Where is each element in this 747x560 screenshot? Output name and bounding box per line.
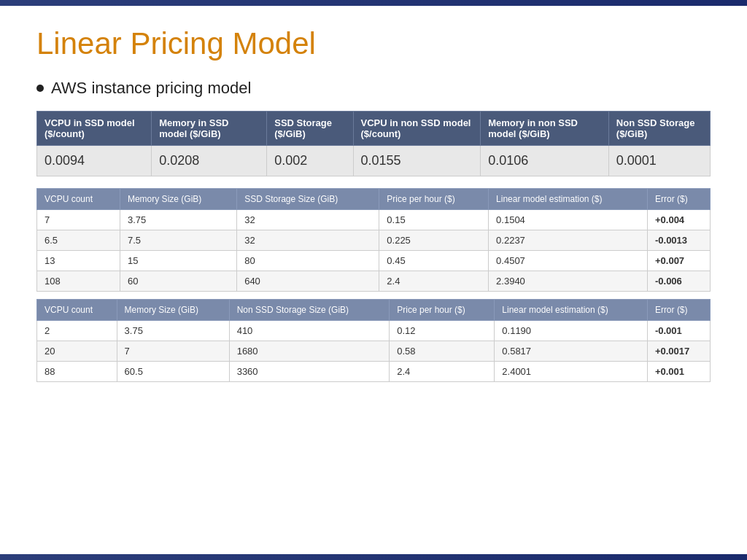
nonssd-header-5: Error ($) <box>647 300 710 321</box>
top-bar <box>0 0 747 6</box>
nonssd-row-est-0: 0.1190 <box>495 321 648 341</box>
ssd-row-price-3: 2.4 <box>379 271 489 292</box>
nonssd-row-storage-2: 3360 <box>229 362 390 382</box>
main-content: Linear Pricing Model AWS instance pricin… <box>0 6 747 404</box>
ssd-row-est-2: 0.4507 <box>489 251 648 271</box>
ssd-row-error-0: +0.004 <box>647 210 710 230</box>
nonssd-row-memory-2: 60.5 <box>117 362 229 382</box>
ssd-table: VCPU count Memory Size (GiB) SSD Storage… <box>36 188 711 292</box>
param-header-5: Non SSD Storage ($/GiB) <box>608 112 710 146</box>
ssd-row-est-0: 0.1504 <box>489 210 648 230</box>
ssd-row-storage-3: 640 <box>237 271 379 292</box>
ssd-row-vcpu-3: 108 <box>37 271 120 292</box>
param-header-2: SSD Storage ($/GiB) <box>267 112 353 146</box>
param-val-3: 0.0155 <box>353 146 481 176</box>
param-val-4: 0.0106 <box>481 146 609 176</box>
ssd-header-2: SSD Storage Size (GiB) <box>237 189 379 210</box>
ssd-row-vcpu-1: 6.5 <box>37 230 120 251</box>
nonssd-row-error-2: +0.001 <box>647 362 710 382</box>
nonssd-row-memory-0: 3.75 <box>117 321 229 341</box>
param-val-5: 0.0001 <box>608 146 710 176</box>
ssd-row-vcpu-2: 13 <box>37 251 120 271</box>
param-val-0: 0.0094 <box>37 146 152 176</box>
nonssd-row-error-0: -0.001 <box>647 321 710 341</box>
nonssd-row-price-0: 0.12 <box>390 321 495 341</box>
ssd-row-price-1: 0.225 <box>379 230 489 251</box>
nonssd-row-price-2: 2.4 <box>390 362 495 382</box>
ssd-header-0: VCPU count <box>37 189 120 210</box>
param-header-1: Memory in SSD model ($/GiB) <box>152 112 267 146</box>
ssd-header-1: Memory Size (GiB) <box>120 189 236 210</box>
nonssd-row-storage-0: 410 <box>229 321 390 341</box>
nonssd-header-1: Memory Size (GiB) <box>117 300 229 321</box>
ssd-row-vcpu-0: 7 <box>37 210 120 230</box>
nonssd-row-vcpu-1: 20 <box>37 341 117 362</box>
nonssd-row-est-2: 2.4001 <box>495 362 648 382</box>
ssd-row-storage-0: 32 <box>237 210 379 230</box>
params-table: VCPU in SSD model ($/count) Memory in SS… <box>36 111 711 176</box>
ssd-row-storage-2: 80 <box>237 251 379 271</box>
ssd-row-memory-3: 60 <box>120 271 236 292</box>
ssd-header-3: Price per hour ($) <box>379 189 489 210</box>
param-header-3: VCPU in non SSD model ($/count) <box>353 112 481 146</box>
nonssd-row-price-1: 0.58 <box>390 341 495 362</box>
nonssd-row-vcpu-0: 2 <box>37 321 117 341</box>
ssd-row-price-0: 0.15 <box>379 210 489 230</box>
param-header-0: VCPU in SSD model ($/count) <box>37 112 152 146</box>
nonssd-row-memory-1: 7 <box>117 341 229 362</box>
ssd-row-error-1: -0.0013 <box>647 230 710 251</box>
nonssd-row-error-1: +0.0017 <box>647 341 710 362</box>
nonssd-row-est-1: 0.5817 <box>495 341 648 362</box>
nonssd-header-4: Linear model estimation ($) <box>495 300 648 321</box>
nonssd-row-storage-1: 1680 <box>229 341 390 362</box>
ssd-row-memory-0: 3.75 <box>120 210 236 230</box>
ssd-row-memory-1: 7.5 <box>120 230 236 251</box>
nonssd-row-vcpu-2: 88 <box>37 362 117 382</box>
ssd-header-4: Linear model estimation ($) <box>489 189 648 210</box>
ssd-row-est-3: 2.3940 <box>489 271 648 292</box>
nonssd-header-0: VCPU count <box>37 300 117 321</box>
bullet-text: AWS instance pricing model <box>51 79 251 98</box>
bottom-bar <box>0 554 747 560</box>
ssd-row-est-1: 0.2237 <box>489 230 648 251</box>
nonssd-header-2: Non SSD Storage Size (GiB) <box>229 300 390 321</box>
ssd-row-memory-2: 15 <box>120 251 236 271</box>
ssd-row-price-2: 0.45 <box>379 251 489 271</box>
param-header-4: Memory in non SSD model ($/GiB) <box>481 112 609 146</box>
ssd-row-storage-1: 32 <box>237 230 379 251</box>
nonssd-header-3: Price per hour ($) <box>390 300 495 321</box>
ssd-row-error-3: -0.006 <box>647 271 710 292</box>
ssd-header-5: Error ($) <box>647 189 710 210</box>
bullet-point: AWS instance pricing model <box>36 79 711 98</box>
param-val-2: 0.002 <box>267 146 353 176</box>
page-title: Linear Pricing Model <box>36 26 711 61</box>
ssd-row-error-2: +0.007 <box>647 251 710 271</box>
nonssd-table: VCPU count Memory Size (GiB) Non SSD Sto… <box>36 299 711 382</box>
bullet-dot <box>36 85 44 92</box>
param-val-1: 0.0208 <box>152 146 267 176</box>
tables-wrapper: VCPU count Memory Size (GiB) SSD Storage… <box>36 188 711 389</box>
